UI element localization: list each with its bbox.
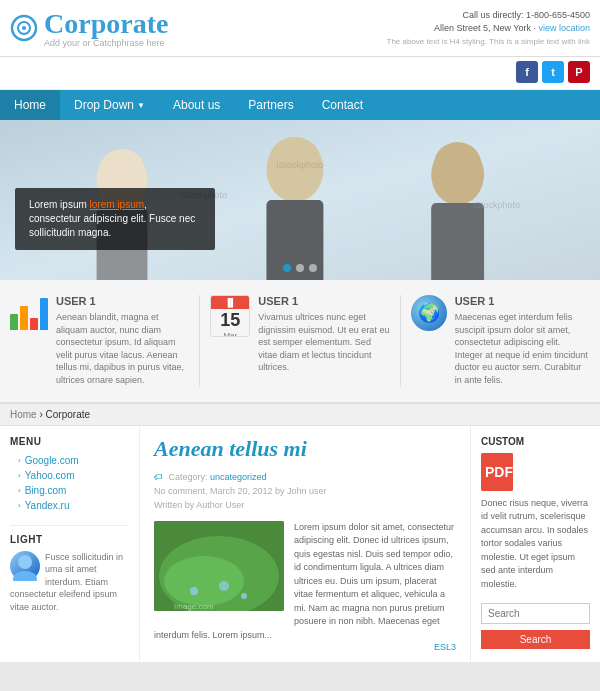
category-link[interactable]: uncategorized — [210, 472, 267, 482]
slider-dot-3[interactable] — [309, 264, 317, 272]
svg-point-2 — [22, 26, 26, 30]
widget-divider-2 — [400, 295, 401, 387]
contact-address: Allen Street 5, New York · view location — [387, 22, 591, 36]
meta-author: Written by Author User — [154, 498, 456, 512]
slider-dot-1[interactable] — [283, 264, 291, 272]
svg-point-17 — [164, 556, 244, 606]
svg-point-14 — [13, 571, 37, 581]
main-nav: Home Drop Down ▼ About us Partners Conta… — [0, 90, 600, 120]
widget-2-icon: ▐▌ 15 Mar — [210, 295, 250, 387]
widget-3: 🌍 USER 1 Maecenas eget interdum felis su… — [411, 295, 590, 387]
svg-point-20 — [219, 581, 229, 591]
cal-month: Mar — [211, 331, 249, 337]
tagline: Add your or Catchphrase here — [44, 38, 168, 48]
left-sidebar: MENU › Google.com › Yahoo.com › Bing.com… — [0, 426, 140, 663]
search-button[interactable]: Search — [481, 630, 590, 649]
nav-dropdown[interactable]: Drop Down ▼ — [60, 90, 159, 120]
article-image: Image.com — [154, 521, 284, 611]
widget-1-icon — [10, 295, 48, 387]
hero-caption: Lorem ipsum lorem ipsum, consectetur adi… — [15, 188, 215, 250]
view-location-link[interactable]: view location — [538, 23, 590, 33]
meta-category: 🏷 Category: uncategorized — [154, 470, 456, 484]
breadcrumb-home[interactable]: Home — [10, 409, 37, 420]
widget-2-content: USER 1 Vivamus ultrices nunc eget dignis… — [258, 295, 389, 387]
caption-link[interactable]: lorem ipsum — [90, 199, 144, 210]
slider-dot-2[interactable] — [296, 264, 304, 272]
cal-header: ▐▌ — [211, 296, 249, 309]
widget-2-title: USER 1 — [258, 295, 389, 307]
nav-home[interactable]: Home — [0, 90, 60, 120]
search-area: Search — [481, 603, 590, 649]
meta-date: No comment, March 20, 2012 by John user — [154, 484, 456, 498]
cal-day: 15 — [211, 309, 249, 331]
arrow-icon-4: › — [18, 501, 21, 510]
sidebar-label-google: Google.com — [25, 455, 79, 466]
search-input-wrap — [481, 603, 590, 624]
widget-divider-1 — [199, 295, 200, 387]
svg-point-13 — [18, 555, 32, 569]
custom-title: CUSTOM — [481, 436, 590, 447]
logo-area: Corporate Add your or Catchphrase here — [10, 8, 168, 48]
tag-icon: 🏷 — [154, 472, 163, 482]
main-area: MENU › Google.com › Yahoo.com › Bing.com… — [0, 426, 600, 663]
breadcrumb: Home › Corporate — [0, 404, 600, 426]
calendar-icon: ▐▌ 15 Mar — [210, 295, 250, 337]
sidebar-divider — [10, 525, 129, 526]
breadcrumb-current: Corporate — [46, 409, 90, 420]
nav-partners[interactable]: Partners — [234, 90, 307, 120]
sidebar-label-bing: Bing.com — [25, 485, 67, 496]
widget-3-icon: 🌍 — [411, 295, 447, 387]
light-section: LIGHT Fusce sollicitudin in uma sit amet… — [10, 534, 129, 614]
logo-text: Corporate — [44, 8, 168, 39]
svg-point-18 — [190, 587, 198, 595]
widget-3-content: USER 1 Maecenas eget interdum felis susc… — [455, 295, 590, 387]
nav-about[interactable]: About us — [159, 90, 234, 120]
read-more-link[interactable]: ESL3 — [434, 642, 456, 652]
chevron-down-icon: ▼ — [137, 101, 145, 110]
twitter-icon[interactable]: t — [542, 61, 564, 83]
slider-dots — [283, 264, 317, 272]
right-sidebar: CUSTOM PDF Donec risus neque, viverra id… — [470, 426, 600, 663]
bar-4 — [40, 298, 48, 330]
widget-2: ▐▌ 15 Mar USER 1 Vivamus ultrices nunc e… — [210, 295, 389, 387]
pinterest-icon[interactable]: P — [568, 61, 590, 83]
contact-area: Call us directly: 1-800-655-4500 Allen S… — [387, 9, 591, 48]
menu-section: MENU › Google.com › Yahoo.com › Bing.com… — [10, 436, 129, 513]
pdf-icon: PDF — [481, 453, 513, 491]
widget-1-title: USER 1 — [56, 295, 189, 307]
globe-icon: 🌍 — [411, 295, 447, 331]
bar-chart-icon — [10, 295, 48, 330]
light-avatar — [10, 551, 40, 581]
facebook-icon[interactable]: f — [516, 61, 538, 83]
search-input[interactable] — [481, 603, 590, 624]
widget-3-title: USER 1 — [455, 295, 590, 307]
bar-1 — [10, 314, 18, 330]
hero-slider: iStockphoto iStockphoto iStockphoto Lore… — [0, 120, 600, 280]
svg-text:Image.com: Image.com — [174, 602, 214, 611]
arrow-icon-1: › — [18, 456, 21, 465]
article-image-inner: Image.com — [154, 521, 284, 611]
sidebar-item-yandex[interactable]: › Yandex.ru — [10, 498, 129, 513]
arrow-icon-3: › — [18, 486, 21, 495]
svg-point-19 — [241, 593, 247, 599]
sidebar-item-yahoo[interactable]: › Yahoo.com — [10, 468, 129, 483]
article-title: Aenean tellus mi — [154, 436, 456, 462]
widget-3-text: Maecenas eget interdum felis suscipit ip… — [455, 311, 590, 387]
widgets-row: USER 1 Aenean blandit, magna et aliquam … — [0, 280, 600, 404]
sidebar-label-yahoo: Yahoo.com — [25, 470, 75, 481]
widget-1-text: Aenean blandit, magna et aliquam auctor,… — [56, 311, 189, 387]
contact-subtitle: The above text is H4 styling. This is a … — [387, 36, 591, 48]
logo-icon — [10, 14, 38, 42]
light-title: LIGHT — [10, 534, 129, 545]
sidebar-item-google[interactable]: › Google.com — [10, 453, 129, 468]
sidebar-item-bing[interactable]: › Bing.com — [10, 483, 129, 498]
sidebar-label-yandex: Yandex.ru — [25, 500, 70, 511]
custom-text: Donec risus neque, viverra id velit rutr… — [481, 497, 590, 592]
article-meta: 🏷 Category: uncategorized No comment, Ma… — [154, 470, 456, 513]
contact-phone: Call us directly: 1-800-655-4500 — [387, 9, 591, 23]
article-body: Image.com Lorem ipsum dolor sit amet, co… — [154, 521, 456, 643]
bar-2 — [20, 306, 28, 330]
widget-1: USER 1 Aenean blandit, magna et aliquam … — [10, 295, 189, 387]
nav-contact[interactable]: Contact — [308, 90, 377, 120]
social-bar: f t P — [0, 57, 600, 90]
